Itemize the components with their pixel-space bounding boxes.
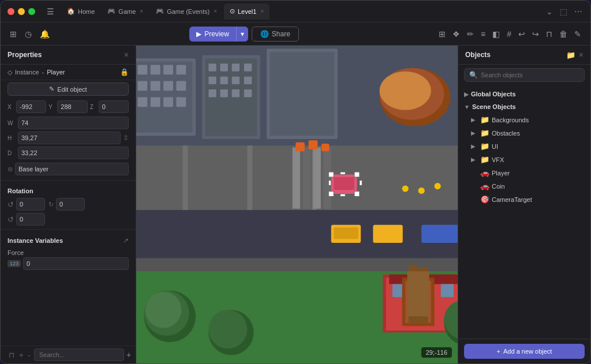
history-icon[interactable]: ◷ — [23, 27, 34, 41]
instance-row: ◇ Instance - Player 🔒 — [1, 65, 136, 80]
ui-label: UI — [492, 143, 575, 150]
scene-objects-header[interactable]: ▼ Scene Objects — [458, 100, 590, 113]
svg-point-74 — [145, 292, 182, 328]
delete-icon[interactable]: 🗑 — [557, 27, 570, 41]
svg-rect-11 — [177, 81, 186, 91]
properties-close-button[interactable]: × — [124, 50, 129, 59]
chevron-down-icon[interactable]: ⌄ — [545, 6, 554, 17]
svg-rect-51 — [328, 181, 331, 186]
backgrounds-folder-icon: 📁 — [480, 115, 489, 124]
force-var-input[interactable] — [23, 257, 129, 270]
w-input[interactable] — [18, 117, 129, 129]
h-input[interactable] — [18, 132, 121, 144]
maximize-button[interactable] — [28, 8, 35, 15]
objects-folder-icon[interactable]: 📁 — [566, 51, 575, 59]
game-scene-svg — [136, 46, 458, 363]
d-input[interactable] — [18, 147, 129, 159]
x-input[interactable] — [16, 100, 46, 113]
layer-stack-icon: ⊜ — [8, 166, 13, 173]
notification-icon[interactable]: 🔔 — [38, 27, 52, 41]
sprites-icon[interactable]: ❖ — [450, 27, 462, 41]
preview-dropdown-button[interactable]: ▾ — [236, 27, 248, 42]
rot-y-input[interactable] — [56, 198, 85, 211]
svg-rect-36 — [293, 148, 300, 209]
backgrounds-item[interactable]: ▶ 📁 Backgrounds ⋯ — [458, 113, 590, 126]
var-add-button[interactable]: + — [126, 350, 131, 359]
paint-icon[interactable]: ✏ — [465, 27, 476, 41]
instance-dash: - — [42, 69, 44, 76]
ui-item[interactable]: ▶ 📁 UI ⋯ — [458, 140, 590, 153]
vfx-folder-icon: 📁 — [480, 155, 489, 164]
list-icon[interactable]: ≡ — [478, 27, 488, 41]
vfx-expand-icon: ▶ — [471, 156, 478, 163]
rot-x-input[interactable] — [16, 198, 45, 211]
var-add-icon[interactable]: + — [18, 350, 25, 361]
edit-object-button[interactable]: ✎ Edit object — [8, 82, 129, 96]
y-input[interactable] — [57, 100, 87, 113]
var-delete-icon[interactable]: - — [27, 350, 32, 361]
svg-rect-50 — [340, 194, 345, 196]
level1-tab-close[interactable]: × — [260, 8, 264, 14]
var-toolbar: ⊓ + - + — [1, 346, 136, 363]
more-options-icon[interactable]: ⋯ — [573, 6, 583, 17]
svg-rect-40 — [296, 142, 305, 152]
player-item[interactable]: ▶ 🚗 Player ⋯ — [458, 166, 590, 179]
edit-object-icon: ✎ — [49, 85, 54, 93]
z-label: Z — [90, 104, 97, 110]
rot-z-input[interactable] — [16, 213, 45, 226]
objects-panel-icon[interactable]: ⊞ — [436, 27, 448, 41]
tab-home[interactable]: 🏠 Home — [61, 3, 100, 20]
layer-select[interactable]: Base layer — [15, 163, 129, 175]
obstacles-item[interactable]: ▶ 📁 Obstacles ⋯ — [458, 126, 590, 140]
svg-rect-33 — [183, 145, 188, 210]
vfx-item[interactable]: ▶ 📁 VFX ⋯ — [458, 153, 590, 166]
tab-game[interactable]: 🎮 Game × — [102, 3, 149, 20]
svg-rect-21 — [244, 63, 252, 71]
svg-rect-12 — [137, 97, 147, 107]
layout-icon[interactable]: ⊞ — [8, 27, 19, 41]
close-button[interactable] — [8, 8, 14, 15]
rot-x-icon: ↺ — [8, 200, 14, 209]
diamond-icon: ◇ — [8, 69, 12, 76]
edit-icon[interactable]: ✎ — [572, 27, 583, 41]
preview-button[interactable]: ▶ Preview — [189, 27, 236, 42]
scene-objects-expand-icon: ▼ — [464, 104, 470, 110]
tab-game-events[interactable]: 🎮 Game (Events) × — [150, 3, 223, 20]
var-search-input[interactable] — [34, 348, 124, 361]
scene-objects-label: Scene Objects — [472, 103, 516, 110]
new-window-icon[interactable]: ⬚ — [559, 6, 568, 17]
svg-rect-7 — [177, 65, 186, 75]
var-copy-icon[interactable]: ⊓ — [8, 350, 16, 361]
layers-icon[interactable]: ◧ — [490, 27, 502, 41]
game-events-tab-close[interactable]: × — [214, 8, 217, 14]
svg-rect-45 — [328, 172, 334, 177]
menu-icon[interactable]: ☰ — [44, 5, 57, 18]
y-label: Y — [48, 104, 55, 110]
tab-level1[interactable]: ⊙ Level1 × — [224, 3, 270, 20]
instance-vars-expand-icon[interactable]: ↗ — [123, 237, 129, 245]
svg-rect-34 — [247, 145, 252, 210]
lock-icon[interactable]: 🔒 — [120, 68, 129, 76]
svg-rect-15 — [177, 97, 186, 107]
game-tab-close[interactable]: × — [140, 8, 143, 14]
z-input[interactable] — [99, 100, 129, 113]
svg-rect-48 — [354, 192, 360, 197]
add-object-button[interactable]: + Add a new object — [464, 344, 585, 359]
global-objects-header[interactable]: ▶ Global Objects — [458, 88, 590, 100]
search-input[interactable] — [481, 72, 579, 78]
share-button[interactable]: 🌐 Share — [252, 27, 299, 42]
camera-target-item[interactable]: ▶ 🎯 CameraTarget ⋯ — [458, 193, 590, 206]
grid-icon[interactable]: # — [504, 27, 514, 41]
svg-rect-6 — [163, 65, 173, 75]
game-canvas[interactable]: 29;-116 — [136, 46, 458, 363]
objects-panel-header: Objects 📁 × — [458, 46, 590, 65]
h-resize-handle[interactable]: ⇕ — [123, 134, 129, 142]
redo-icon[interactable]: ↪ — [530, 27, 541, 41]
copy-icon[interactable]: ⊓ — [544, 27, 555, 41]
undo-icon[interactable]: ↩ — [516, 27, 528, 41]
objects-close-button[interactable]: × — [579, 50, 583, 59]
coin-item[interactable]: ▶ 🚗 Coin ⋯ — [458, 179, 590, 193]
canvas-coords: 29;-116 — [421, 347, 452, 358]
minimize-button[interactable] — [18, 8, 25, 15]
canvas-area[interactable]: 29;-116 — [136, 46, 458, 363]
